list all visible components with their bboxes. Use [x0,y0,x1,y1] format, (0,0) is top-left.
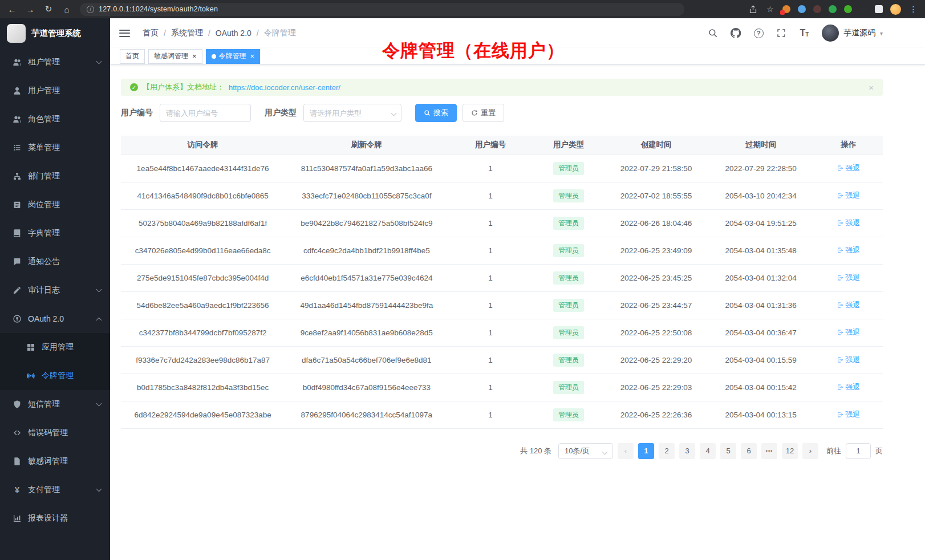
sidebar-item-menu[interactable]: 菜单管理 [0,133,110,162]
col-access-token: 访问令牌 [121,136,285,155]
close-icon[interactable]: × [250,52,255,60]
extension-icon[interactable] [829,5,837,13]
browser-back-icon[interactable]: ← [7,5,17,14]
extension-icon[interactable] [813,5,821,13]
browser-reload-icon[interactable]: ↻ [43,4,54,14]
page-ellipsis-button[interactable]: ••• [761,443,777,459]
browser-home-icon[interactable]: ⌂ [62,5,72,14]
col-created: 创建时间 [605,136,707,155]
force-logout-button[interactable]: 强退 [837,245,860,255]
github-icon[interactable] [731,28,741,39]
breadcrumb-separator: / [257,29,259,38]
page-button-12[interactable]: 12 [782,443,798,459]
sidebar-item-app-management[interactable]: 应用管理 [0,333,110,362]
shield-icon [13,400,22,409]
extension-icon[interactable] [798,5,806,13]
sidebar-item-user[interactable]: 用户管理 [0,76,110,105]
user-menu[interactable]: 芋道源码 ▾ [822,25,883,42]
tab-home[interactable]: 首页 [120,49,145,64]
sidebar-item-oauth[interactable]: OAuth 2.0 [0,305,110,333]
breadcrumb-separator: / [164,29,166,38]
search-button[interactable]: 搜索 [415,104,457,122]
force-logout-button[interactable]: 强退 [837,163,860,173]
sidebar-item-label: 报表设计器 [28,513,68,524]
page-size-select[interactable]: 10条/页 [558,443,613,459]
table-row: b0d1785bc3a8482f812db4a3f3bd15ec b0df498… [121,374,883,401]
sidebar-item-post[interactable]: 岗位管理 [0,190,110,219]
force-logout-button[interactable]: 强退 [837,355,860,365]
sidebar-item-payment[interactable]: ¥ 支付管理 [0,476,110,504]
page-button-2[interactable]: 2 [659,443,675,459]
browser-menu-icon[interactable]: ⋮ [908,5,918,14]
tab-sensitive-words[interactable]: 敏感词管理 × [148,49,202,64]
sidebar-item-tenant[interactable]: 租户管理 [0,48,110,76]
close-icon[interactable]: × [192,52,197,60]
page-button-5[interactable]: 5 [720,443,736,459]
next-page-button[interactable]: › [802,443,818,459]
extension-icon[interactable] [782,5,790,13]
sidebar-item-notice[interactable]: 通知公告 [0,247,110,276]
force-logout-button[interactable]: 强退 [837,382,860,392]
success-check-icon: ✓ [130,83,138,91]
col-expires: 过期时间 [708,136,814,155]
breadcrumb-oauth[interactable]: OAuth 2.0 [216,29,251,38]
url-text: 127.0.0.1:1024/system/oauth2/token [99,5,218,13]
page-button-4[interactable]: 4 [700,443,716,459]
tab-token-management[interactable]: 令牌管理 × [206,49,261,64]
force-logout-button[interactable]: 强退 [837,327,860,338]
sidebar-item-sensitive-words[interactable]: 敏感词管理 [0,447,110,476]
force-logout-button[interactable]: 强退 [837,300,860,310]
logo-image [7,24,26,43]
extension-icon[interactable] [859,5,867,13]
breadcrumb-system[interactable]: 系统管理 [171,28,203,38]
col-user-id: 用户编号 [448,136,532,155]
close-icon[interactable]: × [869,83,874,92]
goto-page-input[interactable] [846,443,871,459]
user-type-label: 用户类型 [265,108,297,118]
sidebar-item-audit-log[interactable]: 审计日志 [0,276,110,305]
page-button-6[interactable]: 6 [741,443,757,459]
browser-forward-icon[interactable]: → [25,5,35,14]
sidebar-item-token-management[interactable]: 令牌管理 [0,362,110,390]
sidebar-item-label: 角色管理 [28,114,60,124]
site-info-icon[interactable]: i [87,6,94,13]
page-button-1[interactable]: 1 [638,443,654,459]
bookmark-star-icon[interactable]: ☆ [765,5,775,14]
extension-icon[interactable] [875,5,883,13]
sidebar-item-error-code[interactable]: 错误码管理 [0,419,110,447]
doc-link[interactable]: https://doc.iocoder.cn/user-center/ [229,83,340,92]
extension-icon[interactable] [844,5,852,13]
address-bar[interactable]: i 127.0.0.1:1024/system/oauth2/token [80,3,684,16]
browser-profile-avatar[interactable] [890,4,901,15]
force-logout-button[interactable]: 强退 [837,218,860,228]
share-icon[interactable] [748,5,758,14]
breadcrumb-home[interactable]: 首页 [143,28,159,38]
post-icon [13,200,22,209]
sidebar-item-report-designer[interactable]: 报表设计器 [0,504,110,533]
prev-page-button[interactable]: ‹ [618,443,634,459]
sidebar-toggle-icon[interactable] [119,30,130,37]
breadcrumb: 首页 / 系统管理 / OAuth 2.0 / 令牌管理 [143,28,296,38]
user-id-input[interactable] [160,104,251,122]
report-icon [13,514,22,523]
sidebar-item-role[interactable]: 角色管理 [0,105,110,133]
sidebar-item-sms[interactable]: 短信管理 [0,390,110,419]
help-icon[interactable]: ? [753,28,764,39]
table-row: c342377bf8b344799dcbf7bf095287f2 9ce8ef2… [121,319,883,346]
force-logout-button[interactable]: 强退 [837,273,860,283]
user-type-badge: 管理员 [553,217,584,230]
search-icon[interactable] [708,28,719,39]
user-type-select[interactable] [303,104,401,122]
fullscreen-icon[interactable] [776,28,787,39]
font-size-icon[interactable]: TT [799,28,810,39]
pagination: 共 120 条 10条/页 ‹ 1 2 3 4 5 6 ••• 12 › 前往 … [121,443,883,459]
force-logout-button[interactable]: 强退 [837,190,860,201]
app-logo[interactable]: 芋道管理系统 [0,18,110,48]
sidebar-item-dict[interactable]: 字典管理 [0,219,110,247]
sidebar-item-dept[interactable]: 部门管理 [0,162,110,190]
user-type-badge: 管理员 [553,162,584,175]
force-logout-button[interactable]: 强退 [837,409,860,420]
breadcrumb-current: 令牌管理 [264,28,296,38]
reset-button[interactable]: 重置 [462,104,504,122]
page-button-3[interactable]: 3 [679,443,695,459]
